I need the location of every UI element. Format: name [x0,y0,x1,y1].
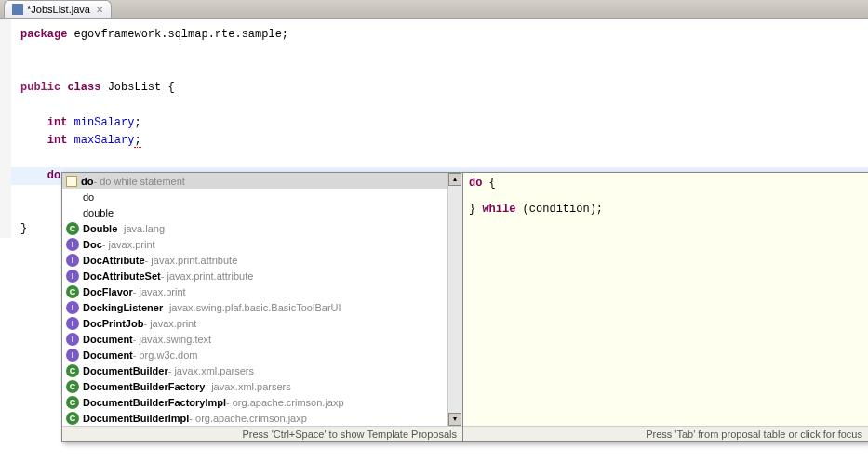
class-name: JobsList [100,81,167,94]
proposal-item[interactable]: CDocumentBuilderFactory - javax.xml.pars… [62,378,447,394]
proposal-label: Doc [83,239,102,250]
interface-i-icon: I [66,301,79,314]
java-file-icon [12,4,23,15]
proposal-label: double [83,207,114,218]
proposal-item[interactable]: IDocPrintJob - javax.print [62,315,447,331]
proposal-package: - org.w3c.dom [133,349,198,361]
proposal-package: - org.apache.crimson.jaxp [226,397,344,408]
keyword-do: do [47,169,60,182]
proposal-package: - javax.print [102,239,155,250]
proposal-label: do [83,191,94,203]
autocomplete-popup: do - do while statementdodoubleCDouble -… [61,172,868,442]
class-c-icon: C [66,396,79,409]
proposal-package: - javax.print [143,318,196,329]
proposal-package: - javax.swing.plaf.basic.BasicToolBarUI [163,302,341,313]
semicolon: ; [134,116,140,129]
proposal-item[interactable]: IDocument - javax.swing.text [62,331,447,347]
preview-code: do { } while (condition); [463,173,868,426]
class-c-icon: C [66,222,79,235]
proposal-item[interactable]: IDockingListener - javax.swing.plaf.basi… [62,299,447,315]
proposal-scrollbar[interactable]: ▴ ▾ [447,173,462,426]
proposal-label: DocAttributeSet [83,270,161,282]
field-minSalary: minSalary [67,116,134,129]
error-underline: ; [134,134,140,148]
proposal-label: do [81,176,93,187]
proposal-package: - javax.swing.text [133,334,211,345]
proposal-hint: Press 'Ctrl+Space' to show Template Prop… [62,426,462,441]
proposal-label: DocFlavor [83,286,133,297]
template-icon [66,176,77,187]
close-icon[interactable]: ✕ [96,5,103,15]
proposal-item[interactable]: double [62,204,447,220]
keyword-package: package [20,28,67,41]
interface-i-icon: I [66,254,79,267]
proposal-label: DocAttribute [83,255,145,266]
proposal-label: DocumentBuilderFactoryImpl [83,397,226,408]
keyword-public: public [20,81,60,94]
proposal-list[interactable]: do - do while statementdodoubleCDouble -… [62,173,447,426]
proposal-label: DocumentBuilderImpl [83,413,189,424]
proposal-package: - javax.print [133,286,186,297]
proposal-package: - javax.print.attribute [161,270,254,282]
proposal-package: - javax.xml.parsers [205,381,290,392]
proposal-item[interactable]: CDocFlavor - javax.print [62,283,447,299]
interface-i-icon: I [66,317,79,330]
interface-i-icon: I [66,349,79,362]
open-brace: { [167,81,174,94]
proposal-item[interactable]: CDocumentBuilderFactoryImpl - org.apache… [62,394,447,410]
field-maxSalary: maxSalary [67,134,134,147]
class-ca-icon: C [66,364,79,377]
keyword-int: int [47,134,68,147]
proposal-item[interactable]: IDocAttributeSet - javax.print.attribute [62,268,447,283]
proposal-package: - javax.print.attribute [145,255,238,266]
proposal-label: DocPrintJob [83,318,143,329]
proposal-label: DockingListener [83,302,163,313]
proposal-label: Double [83,223,117,234]
preview-hint: Press 'Tab' from proposal table or click… [463,426,868,441]
proposal-item[interactable]: do [62,189,447,204]
proposal-item[interactable]: CDouble - java.lang [62,220,447,236]
proposal-package: - do while statement [93,176,184,187]
close-brace: } [20,222,27,235]
keyword-class: class [67,81,100,94]
interface-i-icon: I [66,238,79,251]
preview-panel[interactable]: do { } while (condition); Press 'Tab' fr… [462,173,868,441]
proposal-label: DocumentBuilder [83,365,168,376]
proposal-item[interactable]: IDocument - org.w3c.dom [62,347,447,362]
proposal-package: - javax.xml.parsers [168,365,254,376]
proposal-label: Document [83,349,133,361]
proposal-label: Document [83,334,133,345]
package-path: egovframework.sqlmap.rte.sample; [67,28,288,41]
class-c-icon: C [66,285,79,298]
class-c-icon: C [66,412,79,425]
editor-tab[interactable]: *JobsList.java ✕ [4,0,112,18]
scroll-up-button[interactable]: ▴ [448,173,461,186]
proposal-package: - org.apache.crimson.jaxp [189,413,307,424]
scroll-down-button[interactable]: ▾ [448,413,461,426]
proposal-item[interactable]: do - do while statement [62,173,447,189]
proposal-panel: do - do while statementdodoubleCDouble -… [62,173,462,441]
proposal-package: - java.lang [117,223,165,234]
proposal-item[interactable]: IDoc - javax.print [62,236,447,252]
proposal-item[interactable]: CDocumentBuilderImpl - org.apache.crimso… [62,410,447,426]
tab-filename: *JobsList.java [27,4,90,15]
proposal-item[interactable]: IDocAttribute - javax.print.attribute [62,252,447,268]
keyword-int: int [47,116,68,129]
interface-i-icon: I [66,333,79,346]
tab-bar: *JobsList.java ✕ [0,0,868,19]
interface-i-icon: I [66,270,79,283]
proposal-label: DocumentBuilderFactory [83,381,205,392]
class-ca-icon: C [66,380,79,393]
proposal-item[interactable]: CDocumentBuilder - javax.xml.parsers [62,362,447,378]
